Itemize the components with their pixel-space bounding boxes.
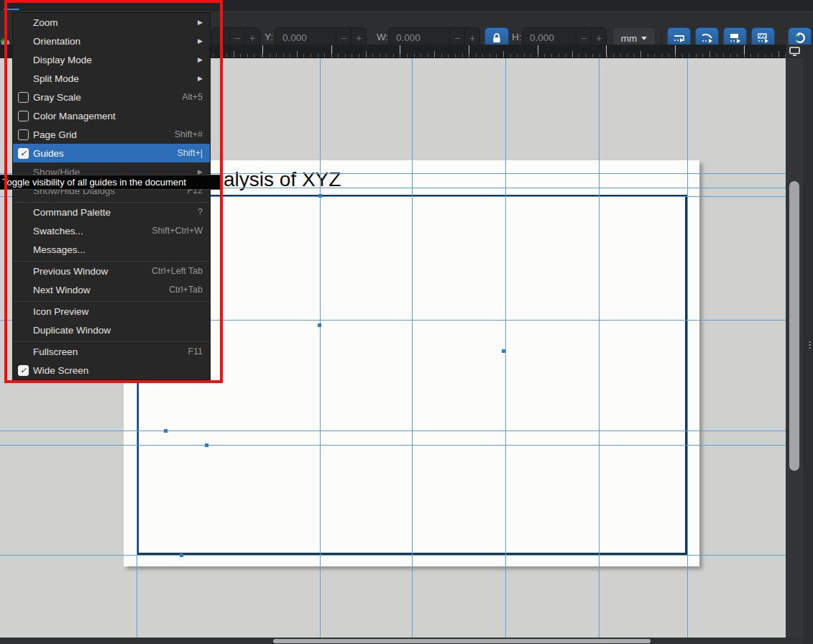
- submenu-arrow-icon: ▶: [198, 19, 203, 26]
- guide-anchor-dot: [164, 429, 167, 433]
- horizontal-guide-line[interactable]: [0, 445, 786, 446]
- checkbox-icon: ✓: [18, 365, 29, 376]
- menu-item[interactable]: ✓ Wide Screen ▶: [13, 361, 210, 380]
- checkbox-icon: ✓: [18, 92, 29, 103]
- ruler-tick-label: [400, 45, 403, 54]
- menu-item[interactable]: ✓ Zoom ▶: [13, 13, 210, 32]
- guide-anchor-dot: [318, 323, 321, 327]
- menu-item[interactable]: ✓ Page Grid Shift+# ▶: [13, 125, 210, 144]
- horizontal-guide-line[interactable]: [0, 431, 786, 431]
- menu-item[interactable]: ✓ Messages... ▶: [13, 240, 210, 259]
- lock-icon: [491, 32, 502, 44]
- ruler-tick-label: [331, 45, 334, 54]
- menu-item-label: Swatches...: [33, 226, 83, 236]
- right-edge-panel: ⋮: [803, 45, 813, 644]
- menubar-item-text[interactable]: [67, 9, 83, 10]
- menu-item-shortcut: Alt+5: [182, 92, 203, 102]
- vertical-scrollbar-thumb[interactable]: [789, 181, 799, 471]
- menu-item-label: Wide Screen: [33, 365, 88, 376]
- ruler-tick-label: [606, 45, 609, 54]
- scale-stroke-icon: [673, 32, 686, 44]
- menu-item-label: Messages...: [33, 244, 86, 255]
- tooltip: Toggle visibility of all guides in the d…: [0, 175, 220, 190]
- menu-item-label: Fullscreen: [33, 346, 78, 357]
- menu-item[interactable]: ✓ Display Mode ▶: [13, 50, 210, 69]
- submenu-arrow-icon: ▶: [198, 75, 203, 82]
- horizontal-guide-line[interactable]: [0, 555, 786, 556]
- menu-item[interactable]: ✓ ▶: [13, 200, 210, 203]
- ruler-tick-label: [744, 45, 747, 54]
- menu-item[interactable]: ✓ ▶: [13, 339, 210, 342]
- menubar-item-filters[interactable]: [83, 9, 98, 10]
- vertical-guide-line[interactable]: [320, 58, 321, 638]
- unit-value: mm: [621, 33, 638, 44]
- guide-anchor-dot: [318, 194, 322, 198]
- menu-item[interactable]: ✓ Gray Scale Alt+5 ▶: [13, 88, 210, 106]
- menu-item-label: Command Palette: [33, 207, 111, 218]
- menu-item-label: Guides: [33, 148, 64, 159]
- menu-item-label: Gray Scale: [33, 92, 81, 103]
- menu-item-label: Page Grid: [33, 129, 77, 140]
- menu-item[interactable]: ✓ Icon Preview ▶: [13, 302, 210, 321]
- menu-item-shortcut: ?: [198, 207, 203, 217]
- checkbox-icon: ✓: [18, 111, 29, 121]
- guide-anchor-dot: [502, 349, 505, 353]
- display-icon: [789, 47, 800, 56]
- submenu-arrow-icon: ▶: [198, 37, 203, 45]
- menu-item-label: Color Management: [33, 111, 116, 121]
- menu-item[interactable]: ✓ ▶: [13, 259, 210, 262]
- horizontal-scrollbar-thumb[interactable]: [273, 639, 651, 643]
- view-menu-popup: ✓ Zoom ▶ ✓ Orientation ▶ ✓ Display Mode …: [12, 12, 211, 380]
- menu-item[interactable]: ✓ Swatches... Shift+Ctrl+W ▶: [13, 221, 210, 240]
- menu-item-label: Split Mode: [33, 73, 79, 84]
- checkbox-icon: ✓: [18, 148, 29, 159]
- menu-item-label: Previous Window: [33, 266, 108, 277]
- ruler-tick-label: [262, 45, 265, 54]
- bottom-bar: [0, 638, 803, 644]
- vertical-guide-line[interactable]: [687, 58, 688, 638]
- menu-item-shortcut: Ctrl+Left Tab: [152, 266, 203, 276]
- menu-item-label: Next Window: [33, 285, 91, 295]
- menu-item[interactable]: ✓ Guides Shift+| ▶: [13, 144, 210, 162]
- scale-corners-icon: [701, 32, 714, 44]
- menu-item[interactable]: ✓ Duplicate Window ▶: [13, 321, 210, 339]
- vertical-guide-line[interactable]: [599, 58, 600, 638]
- menubar-item-object[interactable]: [35, 9, 51, 10]
- menu-item[interactable]: ✓ Next Window Ctrl+Tab ▶: [13, 280, 210, 299]
- chevron-down-icon: [641, 37, 647, 40]
- guide-anchor-dot: [180, 553, 183, 557]
- menu-item[interactable]: ✓ Previous Window Ctrl+Left Tab ▶: [13, 262, 210, 280]
- menu-item[interactable]: ✓ Split Mode ▶: [13, 69, 210, 88]
- menubar-item-view[interactable]: [4, 9, 19, 10]
- menu-item-label: Duplicate Window: [33, 325, 111, 336]
- menubar-item-help[interactable]: [114, 9, 130, 10]
- menu-item-shortcut: Shift+Ctrl+W: [152, 226, 203, 236]
- menu-item-shortcut: Ctrl+Tab: [169, 285, 203, 295]
- menu-item[interactable]: ✓ Command Palette ? ▶: [13, 203, 210, 221]
- ruler-corner-button[interactable]: [786, 45, 803, 58]
- ruler-tick-label: [675, 45, 678, 54]
- menu-item-label: Display Mode: [33, 55, 92, 65]
- menubar-item-path[interactable]: [51, 9, 67, 10]
- menu-item-shortcut: F11: [188, 346, 203, 356]
- vertical-guide-line[interactable]: [412, 58, 413, 638]
- vertical-guide-line[interactable]: [505, 58, 506, 638]
- move-gradients-icon: [729, 32, 742, 44]
- ruler-tick-label: [469, 45, 472, 54]
- menu-item-label: Orientation: [33, 36, 81, 47]
- tooltip-text: Toggle visibility of all guides in the d…: [0, 177, 186, 188]
- vertical-scrollbar[interactable]: [786, 58, 803, 638]
- snap-rotate-icon: [794, 32, 807, 45]
- menu-item[interactable]: ✓ Color Management ▶: [13, 106, 210, 125]
- menubar-item-layer[interactable]: [19, 9, 35, 10]
- menu-item-shortcut: Shift+#: [175, 129, 203, 139]
- move-patterns-icon: [757, 32, 770, 44]
- guide-anchor-dot: [205, 443, 208, 447]
- menu-item[interactable]: ✓ Fullscreen F11 ▶: [13, 342, 210, 361]
- ruler-tick-label: [538, 45, 541, 54]
- menubar-item-extensions[interactable]: [98, 9, 114, 10]
- menu-item[interactable]: ✓ Orientation ▶: [13, 32, 210, 50]
- menu-item[interactable]: ✓ ▶: [13, 299, 210, 302]
- submenu-arrow-icon: ▶: [198, 56, 203, 63]
- panel-handle-icon[interactable]: ⋮: [805, 343, 811, 347]
